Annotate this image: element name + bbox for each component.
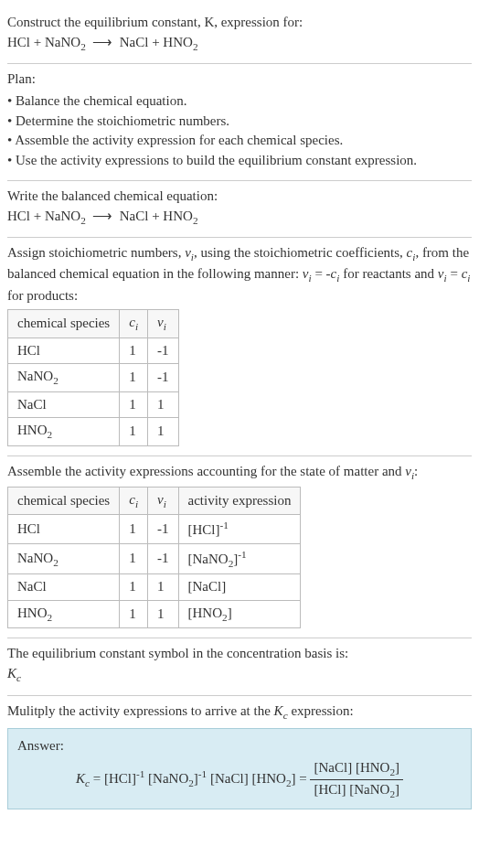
answer-box: Answer: Kc = [HCl]-1 [NaNO2]-1 [NaCl] [H… [7,728,472,809]
final-intro: Mulitply the activity expressions to arr… [7,702,472,723]
answer-label: Answer: [17,736,462,756]
reaction-equation: HCl + NaNO2 ⟶ NaCl + HNO2 [7,33,472,54]
col-activity: activity expression [178,488,301,515]
fraction-numerator: [NaCl] [HNO2] [310,758,403,780]
cell-activity: [NaNO2]-1 [178,544,301,574]
table-row: HCl 1 -1 [8,338,179,364]
plan-item: Use the activity expressions to build th… [7,151,472,171]
stoich-table: chemical species ci νi HCl 1 -1 NaNO2 1 … [7,309,179,445]
col-species: chemical species [8,488,120,515]
cell-activity: [HCl]-1 [178,515,301,544]
plan-list: Balance the chemical equation. Determine… [7,91,472,171]
col-ci: ci [120,488,148,515]
col-vi: νi [148,310,179,338]
kc-fraction: [NaCl] [HNO2] [HCl] [NaNO2] [310,758,403,802]
balanced-title: Write the balanced chemical equation: [7,187,472,207]
cell-species: HCl [8,338,120,364]
intro-line: Construct the equilibrium constant, K, e… [7,13,472,33]
col-species: chemical species [8,310,120,338]
col-ci: ci [120,310,148,338]
symbol-kc: Kc [7,664,472,685]
cell-vi: -1 [148,544,179,574]
table-row: HNO2 1 1 [HNO2] [8,601,301,628]
cell-species: HCl [8,515,120,544]
cell-vi: 1 [148,574,179,601]
cell-species: NaCl [8,574,120,601]
cell-vi: -1 [148,364,179,391]
table-row: NaCl 1 1 [NaCl] [8,574,301,601]
cell-ci: 1 [120,418,148,445]
table-row: HCl 1 -1 [HCl]-1 [8,515,301,544]
cell-ci: 1 [120,338,148,364]
cell-ci: 1 [120,515,148,544]
cell-vi: 1 [148,418,179,445]
fraction-denominator: [HCl] [NaNO2] [310,780,403,801]
cell-vi: -1 [148,515,179,544]
table-row: NaNO2 1 -1 [NaNO2]-1 [8,544,301,574]
stoich-intro: Assign stoichiometric numbers, νi, using… [7,243,472,305]
cell-ci: 1 [120,391,148,418]
table-row: NaCl 1 1 [8,391,179,418]
balanced-section: Write the balanced chemical equation: HC… [7,181,472,238]
stoich-section: Assign stoichiometric numbers, νi, using… [7,238,472,456]
final-section: Mulitply the activity expressions to arr… [7,696,472,820]
answer-expression: Kc = [HCl]-1 [NaNO2]-1 [NaCl] [HNO2] = [… [17,758,462,802]
cell-species: NaNO2 [8,544,120,574]
cell-species: NaNO2 [8,364,120,391]
cell-vi: -1 [148,338,179,364]
activity-intro: Assemble the activity expressions accoun… [7,462,472,483]
intro-section: Construct the equilibrium constant, K, e… [7,7,472,64]
plan-item: Assemble the activity expression for eac… [7,131,472,151]
table-row: HNO2 1 1 [8,418,179,445]
symbol-section: The equilibrium constant symbol in the c… [7,638,472,695]
table-row: NaNO2 1 -1 [8,364,179,391]
cell-ci: 1 [120,574,148,601]
table-header-row: chemical species ci νi activity expressi… [8,488,301,515]
cell-species: HNO2 [8,418,120,445]
table-header-row: chemical species ci νi [8,310,179,338]
cell-ci: 1 [120,601,148,628]
col-vi: νi [148,488,179,515]
cell-ci: 1 [120,364,148,391]
cell-ci: 1 [120,544,148,574]
kc-left: Kc = [HCl]-1 [NaNO2]-1 [NaCl] [HNO2] = [76,771,311,786]
cell-activity: [NaCl] [178,574,301,601]
activity-section: Assemble the activity expressions accoun… [7,456,472,639]
symbol-line1: The equilibrium constant symbol in the c… [7,644,472,664]
activity-table: chemical species ci νi activity expressi… [7,487,301,628]
cell-activity: [HNO2] [178,601,301,628]
cell-vi: 1 [148,391,179,418]
plan-title: Plan: [7,70,472,90]
plan-section: Plan: Balance the chemical equation. Det… [7,64,472,181]
cell-vi: 1 [148,601,179,628]
cell-species: HNO2 [8,601,120,628]
cell-species: NaCl [8,391,120,418]
balanced-equation: HCl + NaNO2 ⟶ NaCl + HNO2 [7,207,472,228]
plan-item: Determine the stoichiometric numbers. [7,112,472,132]
plan-item: Balance the chemical equation. [7,91,472,112]
